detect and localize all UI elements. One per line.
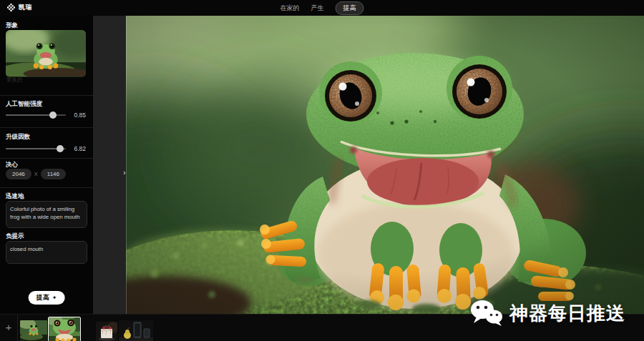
upscale-factor-track[interactable] <box>6 148 66 149</box>
source-image-thumbnail[interactable] <box>6 30 86 77</box>
compare-divider[interactable] <box>126 16 127 315</box>
top-bar: 凯瑞 在家的 产生 提高 <box>0 0 644 16</box>
ai-strength-track[interactable] <box>6 114 66 116</box>
enhance-button[interactable]: 提高 ✦ <box>29 291 65 305</box>
prompt-label: 迅速地 <box>6 192 24 201</box>
tab-home[interactable]: 在家的 <box>280 4 300 13</box>
prompt-input[interactable]: Colorful photo of a smiling frog with a … <box>6 201 87 228</box>
upscale-factor-value: 6.82 <box>74 145 86 152</box>
main-tabs: 在家的 产生 提高 <box>280 0 364 16</box>
divider <box>0 127 93 128</box>
negative-prompt-label: 负提示 <box>6 232 24 241</box>
divider <box>0 187 93 188</box>
resolution-row: 2046 X 1146 <box>6 169 66 179</box>
compare-handle-icon[interactable]: › <box>123 168 126 177</box>
krea-logo-icon <box>7 4 15 11</box>
image-section-label: 形象 <box>6 21 18 30</box>
upscale-factor-thumb[interactable] <box>57 145 64 152</box>
negative-prompt-input[interactable]: closed mouth <box>6 241 87 264</box>
add-image-button[interactable]: + <box>3 320 14 335</box>
ai-strength-slider: 0.85 <box>6 111 87 119</box>
enhance-button-label: 提高 <box>36 293 49 302</box>
logo-text: 凯瑞 <box>19 3 32 12</box>
history-thumbnail-frog-closeup[interactable] <box>48 317 81 341</box>
history-thumbnail-still-life[interactable] <box>119 320 153 341</box>
replace-image-label[interactable]: 更换的 <box>6 76 23 84</box>
frog-closeup-thumb <box>49 317 80 341</box>
history-filmstrip: + <box>0 314 644 341</box>
berry-cake-thumb <box>96 322 117 341</box>
divider <box>0 95 93 96</box>
resolution-height-field[interactable]: 1146 <box>41 169 66 179</box>
upscale-factor-slider: 6.82 <box>6 144 87 153</box>
source-frog-image <box>6 30 86 76</box>
history-thumbnail-frog-scene[interactable] <box>20 320 47 341</box>
strip-divider <box>17 315 18 341</box>
upscale-factor-label: 升级因数 <box>6 133 30 142</box>
tab-generate[interactable]: 产生 <box>311 4 324 13</box>
app-logo[interactable]: 凯瑞 <box>7 3 32 12</box>
ai-strength-value: 0.85 <box>74 112 86 119</box>
settings-sidebar: 形象 更换的 人工智能强度 0.85 升级 <box>0 16 93 315</box>
resolution-width-field[interactable]: 2046 <box>6 169 31 179</box>
ai-strength-label: 人工智能强度 <box>6 100 42 109</box>
frog-scene-thumb <box>20 320 47 341</box>
image-canvas: › <box>93 16 644 315</box>
resolution-separator: X <box>34 171 38 177</box>
enhanced-frog-image <box>126 16 644 315</box>
still-life-thumb <box>119 320 153 341</box>
slider-fill <box>6 148 60 149</box>
history-thumbnail-berry-cake[interactable] <box>96 322 117 341</box>
tab-enhance[interactable]: 提高 <box>336 1 364 15</box>
ai-strength-thumb[interactable] <box>49 112 57 119</box>
divider <box>0 158 93 159</box>
slider-fill <box>6 114 53 116</box>
sparkle-icon: ✦ <box>52 295 57 301</box>
